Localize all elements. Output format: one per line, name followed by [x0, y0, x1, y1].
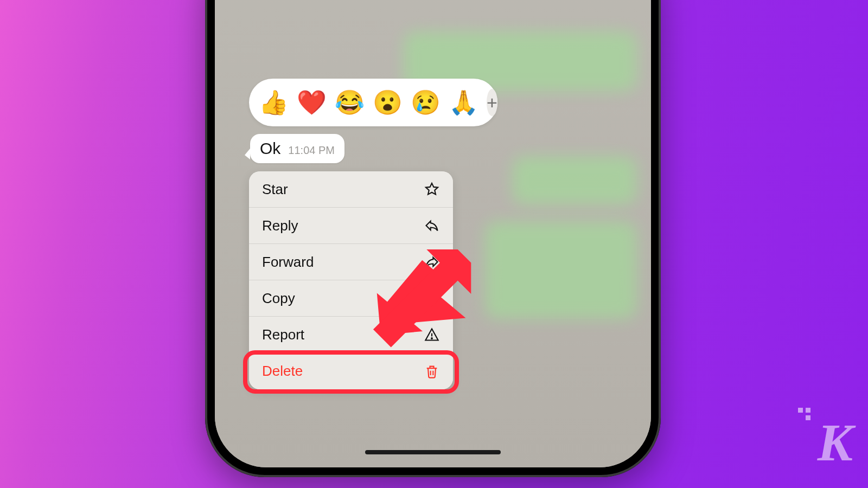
- menu-item-star[interactable]: Star: [249, 171, 453, 208]
- home-indicator[interactable]: [365, 450, 501, 454]
- forward-icon: [424, 254, 440, 270]
- reaction-pray[interactable]: 🙏: [449, 89, 476, 116]
- menu-item-label: Delete: [262, 363, 303, 380]
- reaction-wow[interactable]: 😮: [373, 89, 400, 116]
- copy-icon: [424, 290, 440, 306]
- menu-item-delete[interactable]: Delete: [249, 353, 453, 389]
- menu-item-label: Star: [262, 181, 288, 198]
- menu-item-label: Forward: [262, 254, 314, 271]
- menu-item-label: Reply: [262, 217, 298, 234]
- blurred-chat-bubble: [512, 156, 637, 205]
- reaction-heart[interactable]: ❤️: [297, 89, 324, 116]
- context-menu: Star Reply Forward: [249, 171, 453, 389]
- watermark-logo: K: [818, 412, 850, 473]
- reaction-laugh[interactable]: 😂: [335, 89, 362, 116]
- reply-icon: [424, 217, 440, 234]
- svg-rect-0: [429, 296, 437, 304]
- menu-item-label: Copy: [262, 290, 295, 307]
- stage: 👍 ❤️ 😂 😮 😢 🙏 + Ok 11:04 PM Star: [0, 0, 868, 488]
- reaction-picker: 👍 ❤️ 😂 😮 😢 🙏 +: [249, 79, 497, 126]
- report-icon: [424, 326, 440, 343]
- menu-item-report[interactable]: Report: [249, 317, 453, 353]
- menu-item-copy[interactable]: Copy: [249, 280, 453, 317]
- watermark-dots-icon: [798, 408, 820, 429]
- phone-screen: 👍 ❤️ 😂 😮 😢 🙏 + Ok 11:04 PM Star: [215, 0, 651, 467]
- menu-item-label: Report: [262, 326, 304, 343]
- reaction-sad[interactable]: 😢: [411, 89, 438, 116]
- blurred-chat-bubble: [485, 221, 637, 319]
- message-bubble[interactable]: Ok 11:04 PM: [250, 134, 344, 163]
- plus-icon: +: [487, 92, 497, 113]
- reaction-add-button[interactable]: +: [487, 89, 497, 116]
- watermark-letter: K: [818, 413, 850, 472]
- phone-frame: 👍 ❤️ 😂 😮 😢 🙏 + Ok 11:04 PM Star: [205, 0, 661, 477]
- menu-item-reply[interactable]: Reply: [249, 208, 453, 244]
- star-icon: [424, 181, 440, 197]
- message-text: Ok: [260, 139, 280, 158]
- reaction-thumbs-up[interactable]: 👍: [259, 89, 286, 116]
- menu-item-forward[interactable]: Forward: [249, 244, 453, 280]
- svg-point-1: [431, 338, 432, 339]
- trash-icon: [424, 363, 440, 380]
- message-timestamp: 11:04 PM: [288, 144, 335, 157]
